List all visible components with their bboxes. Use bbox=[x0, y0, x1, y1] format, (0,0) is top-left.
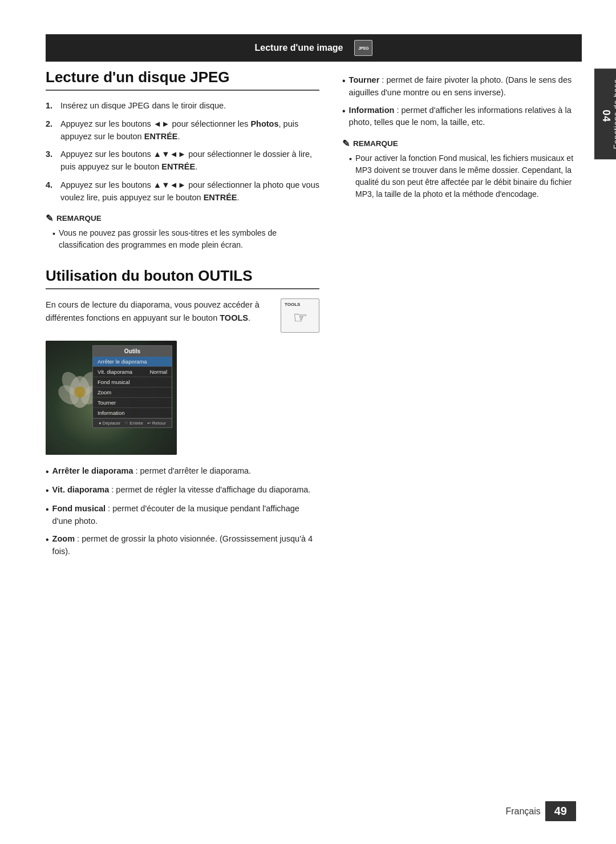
page-number: 49 bbox=[545, 801, 576, 821]
tools-menu-overlay: Outils Arrêter le diaporama Vit. diapora… bbox=[92, 345, 172, 428]
menu-item-arret: Arrêter le diaporama bbox=[93, 357, 172, 367]
step-1-text: Insérez un disque JPEG dans le tiroir di… bbox=[60, 100, 226, 112]
tools-description: En cours de lecture du diaporama, vous p… bbox=[46, 298, 319, 333]
menu-item-vit-value: Normal bbox=[149, 369, 167, 375]
step-4: 4. Appuyez sur les boutons ▲▼◄► pour sél… bbox=[46, 179, 319, 204]
menu-item-fond-label: Fond musical bbox=[98, 379, 130, 385]
step-3-num: 3. bbox=[46, 148, 56, 173]
jpeg-icon-label: JPEG bbox=[358, 46, 369, 50]
pencil-icon-right: ✎ bbox=[342, 138, 350, 149]
right-column: Tourner : permet de faire pivoter la pho… bbox=[342, 68, 582, 563]
tools-icon-box: TOOLS ☞ bbox=[281, 298, 319, 333]
menu-item-vit: Vit. diaporama Normal bbox=[93, 367, 172, 377]
menu-item-vit-label: Vit. diaporama bbox=[98, 369, 132, 375]
pencil-icon: ✎ bbox=[46, 213, 53, 224]
remarque-right-title: ✎ REMARQUE bbox=[342, 138, 582, 149]
utilisation-title: Utilisation du bouton OUTILS bbox=[46, 267, 319, 289]
tools-icon-label: TOOLS bbox=[285, 301, 300, 309]
steps-list: 1. Insérez un disque JPEG dans le tiroir… bbox=[46, 100, 319, 204]
step-4-text: Appuyez sur les boutons ▲▼◄► pour sélect… bbox=[60, 179, 319, 204]
remarque-1-list: Vous ne pouvez pas grossir les sous-titr… bbox=[46, 227, 319, 251]
utilisation-section: Utilisation du bouton OUTILS En cours de… bbox=[46, 267, 319, 558]
menu-item-tourner-label: Tourner bbox=[98, 399, 116, 406]
image-header-box: Lecture d'une image JPEG bbox=[46, 34, 582, 62]
page-footer: Français 49 bbox=[505, 801, 576, 821]
menu-title: Outils bbox=[93, 346, 172, 357]
right-bullet-info-text: Information : permet d'afficher les info… bbox=[349, 104, 582, 130]
left-section-title: Lecture d'un disque JPEG bbox=[46, 68, 319, 91]
bullet-arret: Arrêter le diaporama : permet d'arrêter … bbox=[46, 465, 319, 479]
remarque-right-list: Pour activer la fonction Fond musical, l… bbox=[342, 152, 582, 200]
menu-item-info: Information bbox=[93, 408, 172, 418]
step-1-num: 1. bbox=[46, 100, 56, 112]
svg-point-5 bbox=[74, 386, 86, 398]
remarque-right: ✎ REMARQUE Pour activer la fonction Fond… bbox=[342, 138, 582, 200]
remarque-right-label: REMARQUE bbox=[353, 139, 398, 148]
page-language: Français bbox=[505, 806, 540, 817]
menu-item-info-label: Information bbox=[98, 410, 125, 416]
right-bullet-info: Information : permet d'afficher les info… bbox=[342, 104, 582, 130]
menu-item-zoom-label: Zoom bbox=[98, 389, 111, 395]
step-1: 1. Insérez un disque JPEG dans le tiroir… bbox=[46, 100, 319, 112]
remarque-1-item-1-text: Vous ne pouvez pas grossir les sous-titr… bbox=[59, 227, 319, 251]
bottom-bullet-list: Arrêter le diaporama : permet d'arrêter … bbox=[46, 465, 319, 558]
page-container: 04 Fonctions de base Lecture d'une image… bbox=[0, 0, 616, 844]
side-tab: 04 Fonctions de base bbox=[594, 68, 616, 159]
remarque-1-title: ✎ REMARQUE bbox=[46, 213, 319, 224]
image-header-title: Lecture d'une image bbox=[255, 43, 343, 53]
content-area: Lecture d'un disque JPEG 1. Insérez un d… bbox=[46, 68, 582, 563]
menu-item-tourner: Tourner bbox=[93, 398, 172, 408]
step-2-text: Appuyez sur les boutons ◄► pour sélectio… bbox=[60, 118, 319, 143]
bullet-vit: Vit. diaporama : permet de régler la vit… bbox=[46, 484, 319, 498]
step-2-num: 2. bbox=[46, 118, 56, 143]
bullet-arret-text: Arrêter le diaporama : permet d'arrêter … bbox=[52, 465, 252, 479]
chapter-number: 04 bbox=[600, 110, 612, 123]
bullet-fond-text: Fond musical : permet d'écouter de la mu… bbox=[52, 503, 319, 528]
remarque-1-item-1: Vous ne pouvez pas grossir les sous-titr… bbox=[52, 227, 319, 251]
bullet-zoom: Zoom : permet de grossir la photo vision… bbox=[46, 533, 319, 558]
step-3-text: Appuyez sur les boutons ▲▼◄► pour sélect… bbox=[60, 148, 319, 173]
bullet-vit-text: Vit. diaporama : permet de régler la vit… bbox=[52, 484, 311, 498]
remarque-right-item-1-text: Pour activer la fonction Fond musical, l… bbox=[355, 152, 582, 200]
remarque-right-item-1: Pour activer la fonction Fond musical, l… bbox=[349, 152, 582, 200]
menu-screenshot: Outils Arrêter le diaporama Vit. diapora… bbox=[46, 341, 177, 455]
right-bullet-list: Tourner : permet de faire pivoter la pho… bbox=[342, 74, 582, 129]
tools-description-text: En cours de lecture du diaporama, vous p… bbox=[46, 298, 273, 325]
step-2: 2. Appuyez sur les boutons ◄► pour sélec… bbox=[46, 118, 319, 143]
remarque-1: ✎ REMARQUE Vous ne pouvez pas grossir le… bbox=[46, 213, 319, 251]
menu-nav-bar: ♦ Déplacer ☞ Entrée ↩ Retour bbox=[93, 418, 172, 427]
bullet-fond: Fond musical : permet d'écouter de la mu… bbox=[46, 503, 319, 528]
jpeg-icon: JPEG bbox=[354, 40, 372, 56]
chapter-title: Fonctions de base bbox=[612, 79, 616, 149]
menu-item-arret-label: Arrêter le diaporama bbox=[98, 358, 147, 365]
step-4-num: 4. bbox=[46, 179, 56, 204]
right-bullet-tourner: Tourner : permet de faire pivoter la pho… bbox=[342, 74, 582, 99]
hand-cursor-icon: ☞ bbox=[293, 305, 307, 331]
menu-item-fond: Fond musical bbox=[93, 377, 172, 387]
right-bullet-tourner-text: Tourner : permet de faire pivoter la pho… bbox=[349, 74, 582, 99]
step-3: 3. Appuyez sur les boutons ▲▼◄► pour sél… bbox=[46, 148, 319, 173]
left-column: Lecture d'un disque JPEG 1. Insérez un d… bbox=[46, 68, 319, 563]
remarque-1-label: REMARQUE bbox=[56, 214, 102, 223]
menu-item-zoom: Zoom bbox=[93, 387, 172, 398]
bullet-zoom-text: Zoom : permet de grossir la photo vision… bbox=[52, 533, 319, 558]
